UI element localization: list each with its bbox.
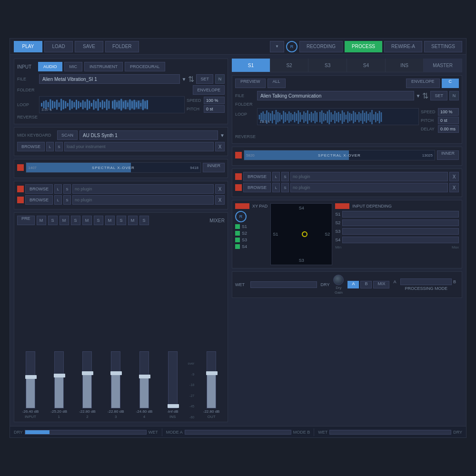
pre-button[interactable]: PRE [17,216,35,225]
play-button[interactable]: PLAY [14,41,42,52]
s-btn-5[interactable]: S [139,216,149,225]
tab-s3[interactable]: S3 [308,59,347,72]
pitch-value[interactable]: 0 st [204,105,225,113]
right-speed-value[interactable]: 100 % [438,108,459,116]
browse-plugin2[interactable]: BROWSE [25,195,53,205]
l-btn-midi[interactable]: L [46,142,54,151]
mic-type-btn[interactable]: MIC [64,62,83,71]
save-button[interactable]: SAVE [75,41,103,52]
set-button[interactable]: SET [196,74,213,84]
m-btn-2[interactable]: M [60,216,69,225]
scan-button[interactable]: SCAN [57,130,78,140]
n-button[interactable]: N [215,74,225,84]
recording-button[interactable]: RECORDING [299,41,343,52]
right-browse-plugin2[interactable]: BROWSE [243,183,271,192]
right-set-button[interactable]: SET [430,91,447,100]
fader-track-ins[interactable] [168,351,178,408]
m-btn-1[interactable]: M [37,216,46,225]
right-filename-stepper[interactable]: ⇅ [422,91,428,100]
instrument-type-btn[interactable]: INSTRUMENT [84,62,123,71]
tab-master[interactable]: MASTER [424,59,462,72]
a-mode-btn[interactable]: A [347,281,359,288]
s3-right-bar[interactable] [342,228,459,235]
s-plugin1[interactable]: S [63,184,71,194]
settings-button[interactable]: SETTINGS [424,41,462,52]
x-btn-midi[interactable]: X [215,142,225,151]
filename-stepper[interactable]: ⇅ [188,75,194,84]
m-btn-3[interactable]: M [82,216,92,225]
inner-btn-right[interactable]: INNER [437,150,459,160]
rewire-button[interactable]: REWIRE-A [384,41,422,52]
browse-plugin1[interactable]: BROWSE [25,184,53,194]
bottom-bar-1[interactable] [25,430,147,435]
right-l-plugin2[interactable]: L [272,183,280,192]
all-btn[interactable]: ALL [268,79,286,88]
right-filename-dropdown[interactable]: ▼ [416,93,421,99]
preview-btn[interactable]: PREVIEW [235,79,266,88]
mix-mode-btn[interactable]: MIX [373,281,389,288]
c-btn[interactable]: C [442,79,459,88]
m-btn-5[interactable]: M [128,216,138,225]
audio-type-btn[interactable]: AUDIO [38,62,62,71]
x-plugin2[interactable]: X [215,195,225,205]
wet-bar[interactable] [250,281,317,288]
l-plugin1[interactable]: L [54,184,62,194]
s-btn-4[interactable]: S [117,216,126,225]
xy-r-btn[interactable]: R [235,211,247,222]
folder-button[interactable]: FOLDER [105,41,139,52]
s-btn-3[interactable]: S [94,216,103,225]
fader-track-2[interactable] [82,351,92,408]
tab-s1[interactable]: S1 [232,59,270,72]
s4-right-bar[interactable] [342,237,459,243]
right-s-plugin2[interactable]: S [281,183,289,192]
right-pitch-value[interactable]: 0 st [438,117,459,124]
l-plugin2[interactable]: L [54,195,62,205]
xy-pad[interactable]: S4 S1 S2 S3 [270,203,332,265]
fader-track-3[interactable] [111,351,120,408]
s-btn-midi[interactable]: S [55,142,63,151]
load-button[interactable]: LOAD [44,41,73,52]
spectral-bar-left[interactable]: 1407 SPECTRAL X-OVER 9418 [26,162,201,173]
b-mode-btn[interactable]: B [360,281,372,288]
s-btn-2[interactable]: S [71,216,80,225]
s1-right-bar[interactable] [342,211,459,218]
procedural-type-btn[interactable]: PROCEDURAL [125,62,165,71]
dry-gain-knob[interactable] [333,275,344,285]
spectral-bar-right[interactable]: 5820 SPECTRAL X-OVER 13025 [244,150,435,160]
fader-track-4[interactable] [139,351,149,408]
envelope-btn-right[interactable]: ENVELOPE [406,79,440,88]
instrument-dropdown[interactable]: ▼ [220,133,225,138]
bottom-bar-2[interactable] [185,430,291,435]
r-circle[interactable]: R [286,41,298,52]
right-x-plugin1[interactable]: X [449,172,459,181]
svg-rect-60 [274,114,275,120]
instrument-display: AU DLS Synth 1 [79,130,218,140]
a-right-bar[interactable] [400,278,452,285]
x-plugin1[interactable]: X [215,184,225,194]
right-delay-value[interactable]: 0.00 ms [438,125,459,133]
tab-ins[interactable]: INS [386,59,424,72]
bottom-bar-3[interactable] [329,430,451,435]
s-btn-1[interactable]: S [48,216,58,225]
s-plugin2[interactable]: S [63,195,71,205]
envelope-button[interactable]: ENVELOPE [193,85,225,95]
right-n-button[interactable]: N [449,91,459,100]
right-s-plugin1[interactable]: S [281,172,289,181]
right-browse-plugin1[interactable]: BROWSE [243,172,271,181]
tab-s4[interactable]: S4 [347,59,386,72]
right-l-plugin1[interactable]: L [272,172,280,181]
browse-midi-btn[interactable]: BROWSE [17,142,45,151]
fader-track-1[interactable] [54,351,64,408]
speed-value[interactable]: 100 % [204,97,225,104]
m-btn-4[interactable]: M [105,216,115,225]
process-button[interactable]: PROCESS [345,41,382,52]
right-plugin-row-1: BROWSE L S no plugin X [235,172,459,181]
inner-btn-left[interactable]: INNER [203,163,225,172]
right-x-plugin2[interactable]: X [449,183,459,192]
tab-s2[interactable]: S2 [270,59,309,72]
s2-right-bar[interactable] [342,219,459,226]
fader-track-input[interactable] [26,351,35,408]
fader-track-out[interactable] [207,351,216,408]
dropdown-arrow[interactable]: ▼ [270,41,284,52]
filename-dropdown[interactable]: ▼ [182,77,187,82]
